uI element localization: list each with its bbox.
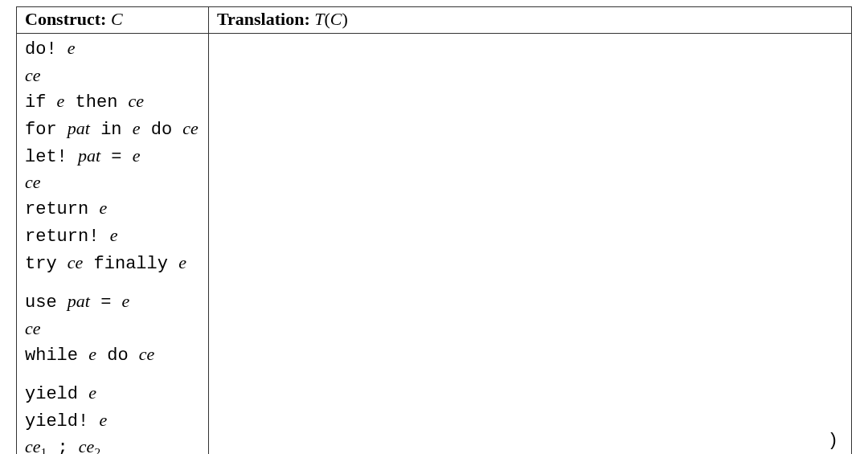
- construct-line: ce1 ; ce2: [25, 434, 200, 454]
- construct-column: do! eceif e then cefor pat in e do celet…: [17, 34, 209, 455]
- translation-fn: T: [314, 9, 324, 29]
- keyword-token: do: [141, 120, 183, 140]
- construct-line: let! pat = e: [25, 143, 200, 170]
- construct-line: return! e: [25, 223, 200, 250]
- construct-line: for pat in e do ce: [25, 116, 200, 143]
- construct-line: do! e: [25, 35, 200, 63]
- construct-line: yield! e: [25, 407, 200, 435]
- meta-var: e: [133, 118, 141, 138]
- construct-line: yield e: [25, 380, 200, 407]
- construct-line: ce: [25, 316, 200, 342]
- keyword-token: return!: [25, 227, 110, 247]
- construct-translation-table: Construct: C Translation: T(C) do! eceif…: [16, 6, 852, 454]
- meta-var: pat: [68, 118, 90, 138]
- meta-var: e: [99, 410, 107, 430]
- construct-line: ce: [25, 63, 200, 88]
- meta-var: ce: [25, 65, 41, 85]
- meta-var: e: [133, 145, 141, 166]
- keyword-token: if: [25, 92, 57, 112]
- construct-line: ce: [25, 170, 200, 195]
- meta-var: e: [110, 225, 118, 245]
- keyword-token: do!: [25, 39, 68, 59]
- meta-var: pat: [68, 291, 90, 311]
- meta-var: e: [57, 91, 65, 111]
- blank-line: [25, 277, 200, 288]
- keyword-token: use: [25, 292, 68, 313]
- construct-label: Construct: [25, 9, 100, 29]
- keyword-token: yield: [25, 384, 88, 404]
- meta-var: e: [88, 344, 96, 364]
- trailing-paren: ): [217, 431, 843, 451]
- meta-var: ce: [68, 252, 84, 272]
- meta-var: e: [178, 252, 186, 272]
- header-translation-cell: Translation: T(C): [209, 7, 852, 34]
- construct-line: if e then ce: [25, 88, 200, 116]
- keyword-token: ;: [47, 438, 79, 454]
- meta-var: ce: [139, 344, 155, 364]
- meta-var: ce: [129, 91, 145, 111]
- meta-var: ce: [79, 436, 95, 454]
- meta-var: pat: [78, 145, 100, 166]
- keyword-token: try: [25, 254, 68, 274]
- meta-var: ce: [25, 318, 41, 338]
- table-body-row: do! eceif e then cefor pat in e do celet…: [17, 34, 852, 455]
- keyword-token: =: [100, 147, 133, 167]
- meta-var: e: [99, 198, 107, 218]
- keyword-token: let!: [25, 147, 78, 167]
- header-construct-cell: Construct: C: [17, 7, 209, 34]
- subscript: 2: [94, 446, 100, 454]
- keyword-token: finally: [83, 254, 178, 274]
- meta-var: e: [88, 382, 96, 403]
- keyword-token: yield!: [25, 411, 99, 432]
- table-header-row: Construct: C Translation: T(C): [17, 7, 852, 34]
- construct-var: C: [111, 9, 123, 29]
- keyword-token: =: [90, 292, 122, 313]
- construct-line: while e do ce: [25, 342, 200, 369]
- blank-line: [25, 369, 200, 380]
- meta-var: ce: [25, 436, 41, 454]
- meta-var: ce: [25, 172, 41, 192]
- keyword-token: while: [25, 346, 88, 366]
- keyword-token: for: [25, 120, 68, 140]
- keyword-token: return: [25, 199, 99, 219]
- meta-var: e: [122, 291, 130, 311]
- meta-var: e: [68, 38, 76, 58]
- keyword-token: do: [96, 346, 139, 366]
- construct-line: return e: [25, 195, 200, 223]
- construct-line: use pat = e: [25, 288, 200, 316]
- keyword-token: in: [90, 120, 133, 140]
- translation-arg: C: [330, 9, 342, 29]
- construct-line: try ce finally e: [25, 250, 200, 277]
- translation-label: Translation: [217, 9, 304, 29]
- keyword-token: then: [64, 92, 128, 112]
- meta-var: ce: [182, 118, 199, 138]
- translation-column: ): [209, 34, 852, 455]
